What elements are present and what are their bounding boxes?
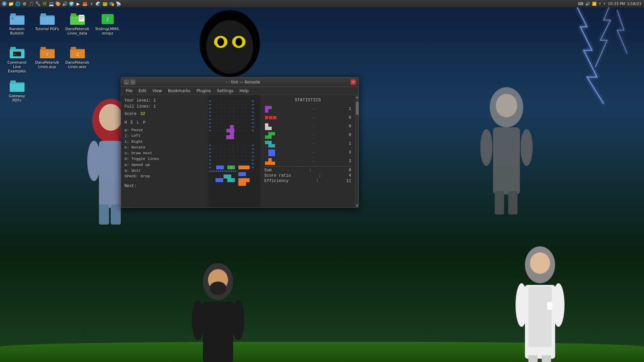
scroll-down-arrow[interactable]: ▼ (356, 204, 359, 207)
piece-preview-white (264, 123, 281, 130)
taskbar-icon-5[interactable]: 💻 (48, 1, 54, 7)
icon-label-dans-lines-aup: DansPetersik Lines.aup (34, 60, 60, 69)
stats-row-green: - 0 (264, 131, 351, 139)
konsole-scrollbar[interactable]: ▲ ▼ (355, 95, 359, 207)
icon-label-random-bullshit: Random Bullshit (4, 27, 30, 36)
icon-label-command-line: Command Line Examples (4, 60, 30, 74)
stats-efficiency-label: Efficiency (264, 179, 288, 183)
svg-rect-103 (547, 302, 553, 310)
konsole-menu-plugins[interactable]: Plugins (194, 88, 214, 94)
taskbar-icon-11[interactable]: ⚡ (89, 1, 95, 7)
svg-rect-4 (10, 13, 16, 17)
konsole-menu-file[interactable]: File (123, 88, 135, 94)
taskbar-app-menu[interactable]: K (1, 1, 7, 7)
svg-rect-5 (11, 17, 14, 19)
svg-point-97 (192, 300, 204, 340)
taskbar-icon-2[interactable]: 🎵 (28, 1, 34, 7)
konsole-close-button[interactable]: ✕ (351, 79, 356, 85)
stats-count-1: 1 (346, 107, 351, 111)
terminal-fulllines: Full lines: 1 (124, 104, 205, 110)
icon-label-dans-lines-data: DansPetersik Lines_data (64, 27, 90, 36)
icon-label-testing-lmms: TestingLMMS. mmpz (95, 27, 120, 36)
taskbar-icon-12[interactable]: 🌊 (95, 1, 101, 7)
svg-point-100 (530, 252, 550, 274)
terminal-text-area[interactable]: Your level: 1 Full lines: 1 Score 32 H E… (121, 95, 208, 207)
grid-row-9: ◆· · · · · · · · · ·◆ (209, 143, 259, 147)
taskbar-icon-3[interactable]: 🔧 (35, 1, 41, 7)
stats-divider (264, 166, 351, 167)
stats-sum-row: Sum : 8 (264, 168, 351, 173)
taskbar-icon-7[interactable]: 🔊 (62, 1, 68, 7)
svg-rect-70 (268, 162, 272, 165)
stats-efficiency-row: Efficiency : 11 (264, 179, 351, 183)
stats-score-ratio-colon: : (319, 173, 321, 178)
tetris-grid-rows: ◆· · · · · · · · · ·◆ ◆· · · · · · · · ·… (209, 99, 259, 173)
stats-efficiency-value: 11 (346, 179, 351, 183)
taskbar-icon-13[interactable]: 🐸 (102, 1, 108, 7)
svg-rect-33 (10, 80, 16, 84)
scroll-thumb[interactable] (356, 102, 359, 115)
konsole-title: - : tint — Konsole (136, 80, 351, 84)
grid-row-bottom2: ◆· · · · · · · · · ·◆ (209, 162, 259, 166)
taskbar-icon-browser[interactable]: 🌐 (15, 1, 21, 7)
konsole-menu-bookmarks[interactable]: Bookmarks (165, 88, 193, 94)
svg-rect-106 (528, 355, 538, 362)
stats-sum-value: 8 (349, 168, 351, 173)
stats-dash-3: - (282, 124, 344, 129)
taskbar-icon-6[interactable]: 🎨 (55, 1, 61, 7)
konsole-menu-help[interactable]: Help (237, 88, 251, 94)
desktop-icon-tutorial-pdfs[interactable]: Tutorial PDFs (33, 10, 61, 44)
scroll-up-arrow[interactable]: ▲ (356, 96, 359, 98)
svg-rect-88 (493, 127, 520, 194)
svg-rect-53 (273, 116, 276, 119)
grid-row-4: ◆· · · · · · · · · ·◆ (209, 110, 259, 114)
desktop-icon-gateway-pdfs[interactable]: Gateway PDFs (3, 77, 31, 111)
taskbar-icon-14[interactable]: 🎭 (109, 1, 115, 7)
taskbar-icon-1[interactable]: ⚙ (21, 1, 28, 7)
stats-row-purple: - 1 (264, 105, 351, 113)
terminal-help-title: H E L P (124, 120, 205, 126)
konsole-maximize-button[interactable]: □ (130, 79, 136, 85)
desktop-icon-testing-lmms[interactable]: ♪ TestingLMMS. mmpz (93, 10, 122, 44)
taskbar-icon-9[interactable]: ▶ (75, 1, 81, 7)
taskbar-icon-8[interactable]: 🌍 (68, 1, 74, 7)
help-item-drop: SPACE: Drop (124, 173, 205, 179)
konsole-menu-edit[interactable]: Edit (136, 88, 149, 94)
svg-text:>_: >_ (14, 53, 18, 56)
svg-rect-60 (268, 135, 272, 139)
konsole-menu-settings[interactable]: Settings (214, 88, 236, 94)
stats-score-ratio-label: Score ratio (264, 173, 291, 178)
konsole-menu-view[interactable]: View (150, 88, 164, 94)
svg-rect-102 (528, 287, 552, 347)
terminal-level: Your level: 1 (124, 98, 205, 104)
stats-panel: STATISTICS - 1 - (260, 95, 355, 207)
stats-sum-label: Sum (264, 168, 272, 173)
stats-score-ratio-value: 4 (349, 173, 351, 178)
konsole-minimize-button[interactable]: _ (124, 79, 129, 85)
grid-border-bottom: ◆◆◆◆◆◆◆◆◆◆◆◆◆ (209, 169, 259, 173)
taskbar-icon-files[interactable]: 📁 (8, 1, 14, 7)
svg-rect-55 (265, 127, 268, 130)
desktop-icon-dans-lines-aup[interactable]: ♪ DansPetersik Lines.aup (33, 44, 61, 77)
svg-rect-57 (268, 132, 272, 135)
grid-row-10: ◆· · · · · · · · · ·◆ (209, 147, 259, 151)
piece-preview-teal (264, 140, 281, 147)
help-item-speed-up: a: Speed up (124, 162, 205, 168)
help-item-right: l: Right (124, 139, 205, 144)
stats-efficiency-colon: : (316, 179, 319, 183)
desktop-icon-dans-lines-wav[interactable]: ♫ DansPetersik Lines.wav (63, 44, 92, 77)
desktop-icon-command-line[interactable]: >_ Command Line Examples (3, 44, 31, 77)
svg-rect-58 (272, 132, 275, 135)
taskbar-icon-15[interactable]: 📡 (115, 1, 121, 7)
desktop-icon-random-bullshit[interactable]: Random Bullshit (3, 10, 31, 44)
taskbar-icon-10[interactable]: 🦊 (82, 1, 88, 7)
help-item-draw-next: s: Draw next (124, 150, 205, 156)
grid-row-with-purple: ◆· · · · · · · · · ·◆ (209, 129, 259, 143)
character-white-coat (503, 245, 577, 362)
svg-rect-96 (203, 302, 233, 362)
help-item-left: j: Left (124, 133, 205, 138)
grid-row-3: ◆· · · · · · · · · ·◆ (209, 107, 259, 110)
desktop-icon-dans-lines-data[interactable]: DansPetersik Lines_data (63, 10, 92, 44)
taskbar-icon-4[interactable]: 🌿 (42, 1, 48, 7)
svg-rect-39 (231, 178, 235, 182)
